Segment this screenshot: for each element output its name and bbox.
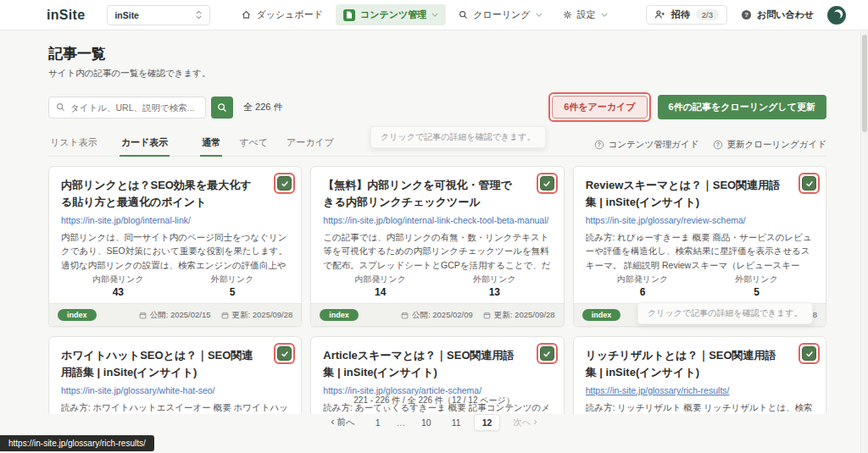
- article-title: ホワイトハットSEOとは？｜SEO関連用語集 | inSite(インサイト): [61, 347, 289, 380]
- article-stats: 内部発リンク 43 外部リンク 5: [49, 273, 301, 303]
- article-card[interactable]: 内部リンクとは？SEO効果を最大化する貼り方と最適化のポイント https://…: [48, 166, 302, 327]
- chevron-down-icon: [431, 13, 438, 17]
- scrollbar-thumb[interactable]: [862, 35, 867, 132]
- external-links-stat: 外部リンク 13: [437, 273, 552, 298]
- filter-tabs: 通常すべてアーカイブ: [200, 133, 351, 156]
- chevron-down-icon: [601, 13, 608, 17]
- nav-item[interactable]: 設定: [555, 4, 615, 25]
- nav-item[interactable]: コンテンツ管理: [336, 4, 446, 25]
- checkbox-highlight-ring: [274, 343, 295, 364]
- nav-item[interactable]: ダッシュボード: [234, 4, 331, 25]
- archive-highlight-ring: 6件をアーカイブ: [548, 92, 650, 122]
- article-title: リッチリザルトとは？｜SEO関連用語集 | inSite(インサイト): [586, 347, 814, 380]
- article-checkbox[interactable]: [802, 176, 816, 191]
- guide-link[interactable]: ?コンテンツ管理ガイド: [594, 139, 699, 151]
- nav-item-label: 設定: [577, 8, 596, 21]
- contact-label: お問い合わせ: [757, 8, 814, 21]
- view-tab[interactable]: リスト表示: [48, 133, 99, 156]
- page-title: 記事一覧: [48, 44, 826, 64]
- site-selector-value: inSite: [114, 10, 139, 20]
- toolbar-actions: 6件をアーカイブ 6件の記事をクローリングして更新: [548, 92, 826, 122]
- updated-date: 更新: 2025/09/28: [221, 310, 293, 321]
- internal-links-stat: 内部発リンク 43: [61, 273, 175, 298]
- checkbox-highlight-ring: [537, 343, 558, 364]
- view-tab[interactable]: カード表示: [120, 133, 170, 157]
- search-box: [48, 97, 206, 119]
- contact-button[interactable]: ? お問い合わせ: [741, 8, 814, 21]
- updown-chevrons-icon: [195, 9, 203, 20]
- pagination-summary: 221 - 226 件 / 全 226 件（12 / 12 ページ）: [0, 395, 868, 406]
- article-checkbox[interactable]: [540, 346, 554, 361]
- pagination-page-11[interactable]: 11: [444, 415, 469, 430]
- guide-links: ?コンテンツ管理ガイド?更新クローリングガイド: [594, 139, 826, 156]
- main-nav: ダッシュボードコンテンツ管理クローリング設定: [234, 4, 615, 25]
- article-stats: 内部発リンク 6 外部リンク 5: [574, 273, 826, 303]
- updated-date: 更新: 2025/09/28: [483, 310, 555, 321]
- nav-item-label: コンテンツ管理: [360, 8, 426, 21]
- crawl-update-button[interactable]: 6件の記事をクローリングして更新: [658, 95, 826, 119]
- guide-link[interactable]: ?更新クローリングガイド: [713, 139, 826, 151]
- document-icon: [343, 9, 355, 21]
- invite-button[interactable]: 招待 2/3: [646, 5, 727, 25]
- card-body: Reviewスキーマとは？｜SEO関連用語集 | inSite(インサイト) h…: [574, 167, 826, 273]
- archive-button[interactable]: 6件をアーカイブ: [552, 96, 647, 119]
- pagination-page-10[interactable]: 10: [414, 415, 439, 430]
- nav-item-label: ダッシュボード: [256, 8, 323, 21]
- calendar-icon: [139, 312, 147, 319]
- article-checkbox[interactable]: [540, 176, 554, 191]
- pagination-prev-button[interactable]: ‹ 前へ: [324, 413, 363, 431]
- site-selector[interactable]: inSite: [107, 5, 210, 25]
- nav-item[interactable]: クローリング: [451, 4, 549, 25]
- article-title: Reviewスキーマとは？｜SEO関連用語集 | inSite(インサイト): [586, 177, 814, 210]
- article-description: 内部リンクは、同一サイト内のページ同士をつなぐリンクであり、SEO対策において重…: [61, 230, 289, 273]
- pagination-page-1[interactable]: 1: [368, 415, 388, 430]
- published-date: 公開: 2025/02/09: [401, 310, 473, 321]
- filter-tab[interactable]: アーカイブ: [285, 133, 336, 156]
- question-circle-icon: ?: [741, 9, 752, 20]
- article-url-link[interactable]: https://in-site.jp/blog/internal-link/: [61, 215, 289, 225]
- article-url-link[interactable]: https://in-site.jp/glossary/review-schem…: [586, 215, 814, 225]
- main-content: 記事一覧 サイト内の記事の一覧を確認できます。 全 226 件 6件をアーカイブ…: [0, 30, 868, 414]
- calendar-icon: [221, 312, 229, 319]
- index-badge: index: [582, 309, 621, 321]
- article-stats: 内部発リンク 14 外部リンク 13: [311, 273, 563, 303]
- person-plus-icon: [654, 9, 665, 20]
- article-checkbox[interactable]: [277, 346, 292, 361]
- pagination-controls: ‹ 前へ 1…101112次へ ›: [0, 413, 868, 431]
- article-checkbox[interactable]: [802, 346, 816, 361]
- external-links-stat: 外部リンク 5: [175, 273, 290, 298]
- search-button[interactable]: [211, 97, 233, 119]
- article-url-link[interactable]: https://in-site.jp/blog/internal-link-ch…: [323, 215, 551, 225]
- toolbar: 全 226 件 6件をアーカイブ 6件の記事をクローリングして更新: [48, 92, 826, 122]
- article-title: 【無料】内部リンクを可視化・管理できる内部リンクチェックツール: [323, 177, 551, 210]
- browser-status-url: https://in-site.jp/glossary/rich-results…: [0, 435, 154, 451]
- chevron-left-icon: ‹: [331, 416, 335, 428]
- checkbox-highlight-ring: [798, 173, 820, 194]
- header-right: 招待 2/3 ? お問い合わせ: [646, 5, 846, 25]
- card-body: 内部リンクとは？SEO効果を最大化する貼り方と最適化のポイント https://…: [49, 167, 301, 273]
- app-logo: inSite: [47, 8, 85, 23]
- account-avatar[interactable]: [827, 6, 846, 25]
- svg-text:?: ?: [716, 141, 720, 147]
- card-hover-tooltip: クリックで記事の詳細を確認できます。: [637, 302, 813, 324]
- article-description: 読み方: れびゅーすきーま 概要 商品・サービスのレビューや評価を構造化し、検索…: [586, 230, 814, 273]
- index-badge: index: [58, 309, 97, 321]
- article-checkbox[interactable]: [277, 176, 292, 191]
- page-subtitle: サイト内の記事の一覧を確認できます。: [48, 68, 826, 80]
- pagination-next-button[interactable]: 次へ ›: [505, 413, 544, 431]
- pagination-page-12[interactable]: 12: [474, 414, 501, 431]
- invite-count-badge: 2/3: [696, 9, 719, 20]
- filter-tab[interactable]: 通常: [200, 133, 222, 157]
- gear-icon: [563, 10, 572, 19]
- card-dates: 公開: 2025/02/15 更新: 2025/09/28: [139, 310, 293, 321]
- internal-links-stat: 内部発リンク 6: [586, 273, 700, 298]
- page-scrollbar[interactable]: [860, 31, 868, 453]
- index-badge: index: [320, 309, 359, 321]
- calendar-icon: [483, 312, 491, 319]
- view-tabs: リスト表示カード表示: [48, 133, 190, 156]
- filter-tab[interactable]: すべて: [237, 133, 270, 156]
- article-card[interactable]: 【無料】内部リンクを可視化・管理できる内部リンクチェックツール https://…: [310, 166, 564, 327]
- search-input[interactable]: [70, 102, 198, 113]
- article-title: Articleスキーマとは？｜SEO関連用語集 | inSite(インサイト): [323, 347, 551, 380]
- question-circle-icon: ?: [713, 140, 723, 150]
